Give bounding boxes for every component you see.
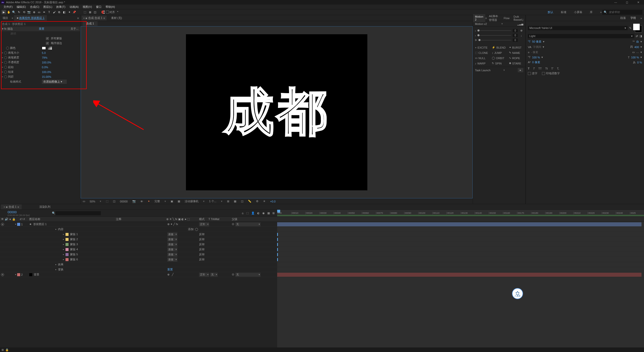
swap-colors-icon[interactable]: ⇄ [636,34,638,38]
col-audio-icon[interactable]: 🔊 [5,218,8,221]
pickwhip-icon[interactable]: ◎ [232,222,234,226]
stroke-width-value[interactable]: - 像素 [531,50,538,54]
tab-close-icon[interactable]: × [11,17,14,20]
baseline-value[interactable]: 0 像素 [532,60,540,64]
triangle-icon[interactable]: ▸ [2,71,3,73]
leading-value[interactable]: 自 [636,40,639,44]
project-tab[interactable]: 项目 [0,15,11,21]
eye-icon[interactable] [1,273,4,276]
viewer-tab-footage[interactable]: 素材 (无) [110,16,123,20]
world-axis-icon[interactable]: ⊞ [88,10,92,14]
motion-tool-clone[interactable]: ⬚CLONE [474,50,490,55]
weight-dropdown[interactable]: Light▾ [528,34,634,38]
menu-layer[interactable]: 图层(L) [41,5,54,9]
font-size-value[interactable]: 50 像素 [532,40,541,44]
task-launch-play-icon[interactable]: ▸ [518,68,523,72]
layer-row[interactable]: ▾2背景⊕ ╱正常无◎无 [0,272,277,277]
timeline-track[interactable] [277,272,644,277]
blend-mode-dropdown[interactable]: 正常 [199,222,209,226]
timeline-track[interactable] [277,262,644,267]
quality-display[interactable]: 完整 [154,199,160,203]
timeline-track[interactable] [277,222,644,227]
hindi-checkbox[interactable] [542,72,545,75]
menu-animation[interactable]: 动画(A) [68,5,81,9]
slider2-arrow-left[interactable]: › [475,34,476,37]
display-icon[interactable]: ▭ [83,200,85,203]
maximize-button[interactable]: ◻ [621,0,633,5]
workspace-default[interactable]: 默认 [548,10,553,14]
col-solo-icon[interactable]: ● [9,218,11,221]
col-parent-header[interactable]: 父级 [232,217,277,221]
close-button[interactable]: ✕ [633,0,644,5]
col-mode-header[interactable]: 模式 [199,218,205,221]
stopwatch-hardness[interactable] [4,56,7,59]
slider1-value[interactable]: 0 [513,29,518,32]
vscale-value[interactable]: 100 % [532,56,540,59]
anchor-tool[interactable]: ⊕ [32,10,36,14]
tab-character[interactable]: 字符 [630,16,636,20]
slider1-arrow-left[interactable]: ‹ [475,29,476,32]
panel-menu-icon[interactable]: ≡ [76,17,80,20]
menu-edit[interactable]: 编辑(E) [15,5,28,9]
motion-graph-icon[interactable]: ▁▂▄ [517,22,523,25]
timeline-track[interactable] [277,232,644,237]
show-snap-icon[interactable]: 👁 [140,200,143,203]
faux-bold-button[interactable]: T [528,67,530,70]
composition-canvas[interactable]: 成都 [186,34,367,190]
motion-tool-excite[interactable]: +EXCITE [474,45,490,50]
menu-window[interactable]: 窗口 [94,5,104,9]
col-visibility-icon[interactable]: 👁 [1,218,4,221]
effect-header[interactable]: ▾ fx 描边 重置 关于... [1,26,80,31]
fill-color-swatch[interactable] [633,23,640,30]
timeline-track[interactable] [277,242,644,247]
hscale-value[interactable]: 100 % [631,56,639,59]
triangle-icon[interactable]: ▸ [2,76,3,78]
grid-icon[interactable]: ▦ [234,200,236,203]
comp-tab[interactable]: 合成 1 [83,21,98,26]
rect-tool[interactable]: ▭ [37,10,41,14]
snapshot-icon[interactable]: 📷 [132,200,136,203]
keyframe-marker[interactable] [277,233,278,236]
layer-row[interactable]: ▾1★形状图层 1⊕✦ ╱ fx正常◎无 [0,222,277,227]
eraser-tool[interactable]: ◧ [62,10,67,14]
mask-mode-dropdown[interactable]: 差值 [167,258,177,262]
puppet-tool[interactable]: 📌 [72,10,77,14]
menu-file[interactable]: 文件(F) [2,5,15,9]
viewer-area[interactable]: 成都 [81,26,473,198]
stopwatch-spacing[interactable] [4,75,7,78]
parent-dropdown[interactable]: 无 [235,222,261,226]
frame-blend-icon[interactable]: ◐ [257,212,260,215]
snap-ext-icon[interactable]: ᔾ [115,10,120,14]
layer-bar[interactable] [277,222,641,226]
panel-more-icon[interactable]: » [640,17,642,20]
prop-start-value[interactable]: 0.0% [42,66,48,69]
slider2-anchor-icon[interactable]: ↓ [519,34,523,37]
comp-flowchart-icon[interactable]: ⎋ [242,212,244,215]
tab-paragraph[interactable]: 段落 [620,16,626,20]
stopwatch-color[interactable] [6,47,9,50]
status-icon1[interactable]: ⊞ [2,348,4,351]
slider2-value[interactable]: 0 [513,34,518,37]
layer-row[interactable]: ▸蒙版 2差值反转 [0,237,277,242]
prop-end-value[interactable]: 100.0% [42,71,51,74]
search-help-box[interactable]: 🔍 搜索帮助 [602,10,642,15]
selection-tool[interactable]: ▶ [2,10,6,14]
superscript-button[interactable]: T' [551,67,554,70]
work-area-bar[interactable] [277,215,644,216]
label-color[interactable] [17,273,20,276]
shy-icon[interactable]: 👤 [251,212,255,215]
motion-tool-jump[interactable]: ↕JUMP [491,50,507,55]
rotate-tool[interactable]: ⟲ [22,10,26,14]
channel-icon[interactable]: ⬚ [106,200,108,203]
trkmat-dropdown[interactable]: 无 [210,273,218,277]
stroke-over-icon[interactable]: ▭ [632,51,635,54]
view-axis-icon[interactable]: ◫ [93,10,97,14]
tracking-value[interactable]: 400 [634,46,639,49]
motion-tool-burst[interactable]: ✦BURST [508,45,524,50]
stroke-align-icon[interactable]: ≡ [528,51,529,54]
font-dropdown[interactable]: Microsoft YaHei UI▾ [528,26,628,30]
workspace-small[interactable]: 小屏幕 [574,10,582,14]
triangle-icon[interactable]: ▸ [2,52,3,54]
tab-motion2[interactable]: Motion 2 [473,14,485,22]
label-color[interactable] [17,223,20,226]
